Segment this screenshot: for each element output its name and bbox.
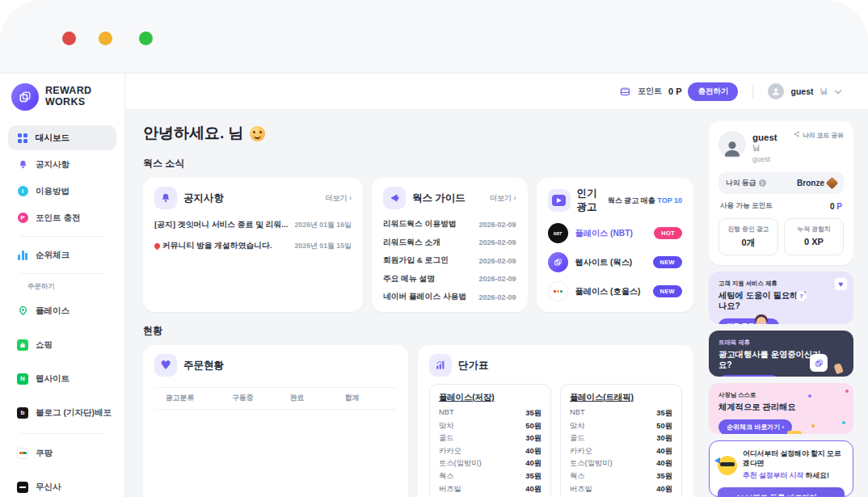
free-consult-button[interactable]: 전문 무료상담 ›: [718, 318, 779, 325]
popular-ad-item[interactable]: NBT 플레이스 (NBT) HOT: [548, 223, 683, 243]
status-section-title: 현황: [143, 324, 693, 338]
sidebar: REWARD WORKS 대시보드 공지사항 i 이용방법: [0, 74, 125, 497]
sidebar-item-coupang[interactable]: 쿠팡: [8, 440, 116, 466]
charge-button[interactable]: 충전하기: [688, 82, 738, 101]
hand-pointer-illustration: [833, 363, 844, 374]
coupang-logo-icon: [17, 448, 28, 459]
window-chrome: [0, 0, 868, 73]
popular-ad-item[interactable]: 웹사이트 (웍스) NEW: [548, 252, 683, 272]
popular-ads-card: 인기 광고 웍스 광고 매출 TOP 10 NBT 플레이스 (NBT) HOT: [537, 178, 694, 312]
notice-card: 공지사항 더보기 › [공지] 겟잇머니 서비스 종료 및 리워... 2026…: [143, 178, 363, 312]
halls-logo: [548, 281, 568, 301]
notice-item[interactable]: [공지] 겟잇머니 서비스 종료 및 리워... 2026년 01월 16일: [154, 220, 352, 230]
shopping-bag-icon: [17, 339, 28, 351]
sidebar-item-shopping[interactable]: 쇼핑: [8, 331, 116, 358]
xp-stat: 누적 경험치 0 XP: [784, 218, 844, 255]
price-table-card: 단가표 플레이스(저장) NBT35원 맞차50원 골드30원 카카오40원 토…: [418, 345, 693, 497]
sidebar-item-label: 무신사: [36, 482, 61, 493]
partnership-inquiry-button[interactable]: 제휴 문의하기 ›: [718, 375, 779, 377]
points-value: 0 P: [668, 86, 682, 96]
heart-icon: ♥: [154, 354, 177, 377]
news-section-title: 웍스 소식: [143, 157, 693, 171]
price-table-save: 플레이스(저장) NBT35원 맞차50원 골드30원 카카오40원 토스(일방…: [429, 384, 551, 497]
ai-banner[interactable]: 어디서부터 설정해야 할지 모르겠다면 추천 설정부터 시작 하세요! AI 브…: [709, 440, 853, 497]
card-title: 인기 광고: [577, 187, 601, 214]
bell-icon: [17, 159, 28, 170]
available-points-row: 사용 가능 포인트 0 P: [720, 201, 842, 211]
point-coin-icon: P: [17, 213, 28, 223]
guide-item[interactable]: 리워드웍스 이용방법 2026-02-09: [383, 219, 516, 230]
logo-text: REWARD WORKS: [45, 86, 91, 108]
profile-subname: guest: [752, 155, 787, 163]
sidebar-item-dashboard[interactable]: 대시보드: [8, 125, 116, 150]
bell-icon: [154, 187, 177, 209]
active-ads-stat: 진행 중인 광고 0개: [718, 218, 778, 255]
new-badge: NEW: [653, 285, 682, 297]
order-section-label: 주문하기: [27, 282, 116, 292]
app-tile-icon: [810, 354, 828, 372]
share-icon: [794, 131, 800, 137]
new-badge: NEW: [653, 256, 682, 268]
sidebar-item-label: 대시보드: [36, 133, 70, 144]
ai-brand-register-button[interactable]: AI 브랜드 등록 바로가기 →: [718, 487, 845, 497]
user-avatar: [768, 83, 784, 99]
bronze-badge-icon: [826, 177, 839, 190]
sidebar-item-rank-check[interactable]: 순위체크: [8, 242, 116, 267]
popular-ad-item[interactable]: 플레이스 (호올스) NEW: [548, 281, 683, 301]
guide-item[interactable]: 리워드웍스 소개 2026-02-09: [383, 238, 516, 248]
sidebar-item-label: 웹사이트: [36, 373, 70, 385]
chevron-down-icon[interactable]: [835, 86, 841, 93]
traffic-banner[interactable]: 트래픽 제휴 광고대행사를 운영중이신가요? 제휴 문의하기 ›: [709, 331, 853, 377]
grade-row: 나의 등급i Bronze: [718, 172, 844, 194]
card-title: 웍스 가이드: [412, 192, 483, 205]
grade-value: Bronze: [797, 179, 824, 187]
right-panel: guest 님 guest 나의 코드 공유 나의 등급i Bronze: [709, 121, 853, 497]
close-window-button[interactable]: [62, 32, 76, 45]
profile-card: guest 님 guest 나의 코드 공유 나의 등급i Bronze: [709, 121, 853, 265]
works-logo: [548, 252, 568, 272]
rewardworks-logo-icon: [11, 83, 39, 111]
topbar: 포인트 0 P 충전하기 guest 님: [125, 74, 868, 110]
sidebar-item-howto[interactable]: i 이용방법: [8, 179, 116, 204]
sidebar-item-place[interactable]: 플레이스: [8, 297, 116, 324]
sidebar-item-point-charge[interactable]: P 포인트 충전: [8, 205, 116, 230]
location-pin-icon: [17, 305, 28, 316]
sidebar-item-notice[interactable]: 공지사항: [8, 152, 116, 177]
smile-emoji-icon: [250, 126, 265, 141]
guide-item[interactable]: 네이버 플레이스 사용법 2026-02-09: [383, 292, 516, 302]
rank-banner[interactable]: 사장님 스스로 체계적으로 관리해요 순위체크 바로가기 › ★: [709, 383, 853, 434]
notice-more-link[interactable]: 더보기 ›: [325, 193, 352, 204]
info-icon[interactable]: i: [759, 179, 766, 187]
blog-b-icon: b: [17, 407, 28, 419]
musinsa-logo-icon: [17, 482, 28, 493]
maximize-window-button[interactable]: [139, 32, 153, 45]
megaphone-emoji-icon: [718, 456, 737, 475]
card-title: 공지사항: [183, 192, 318, 205]
minimize-window-button[interactable]: [99, 32, 112, 45]
popular-more-link[interactable]: 웍스 광고 매출 TOP 10: [608, 196, 682, 206]
megaphone-icon: [383, 187, 406, 209]
play-icon: [548, 189, 571, 212]
guide-item[interactable]: 주요 메뉴 설명 2026-02-09: [383, 274, 516, 284]
sidebar-item-blog[interactable]: b 블로그 (기자단)배포: [8, 399, 116, 426]
points-label: 포인트: [638, 86, 662, 97]
divider: [19, 433, 105, 434]
logo[interactable]: REWARD WORKS: [0, 80, 124, 119]
rank-check-button[interactable]: 순위체크 바로가기 ›: [718, 419, 792, 434]
card-title: 주문현황: [183, 359, 397, 373]
notice-item[interactable]: 커뮤니티 방을 개설하였습니다. 2026년 01월 15일: [154, 241, 352, 251]
username-suffix: 님: [820, 86, 828, 97]
guide-item[interactable]: 회원가입 & 로그인 2026-02-09: [383, 255, 516, 266]
guide-more-link[interactable]: 더보기 ›: [490, 193, 516, 204]
bar-chart-icon: [429, 354, 452, 377]
sidebar-item-label: 이용방법: [36, 186, 70, 197]
support-banner[interactable]: 고객 지원 서비스 제휴 세팅에 도움이 필요하시나요? 전문 무료상담 › ♥…: [709, 272, 853, 324]
share-code-link[interactable]: 나의 코드 공유: [794, 131, 844, 163]
card-title: 단가표: [458, 359, 682, 373]
sidebar-item-label: 포인트 충전: [36, 213, 80, 224]
sidebar-item-website[interactable]: N 웹사이트: [8, 365, 116, 392]
page-title: 안녕하세요. 님: [143, 123, 693, 144]
orders-table-body: [154, 410, 397, 487]
sidebar-item-musinsa[interactable]: 무신사: [8, 474, 116, 497]
app-window: REWARD WORKS 대시보드 공지사항 i 이용방법: [0, 0, 868, 497]
